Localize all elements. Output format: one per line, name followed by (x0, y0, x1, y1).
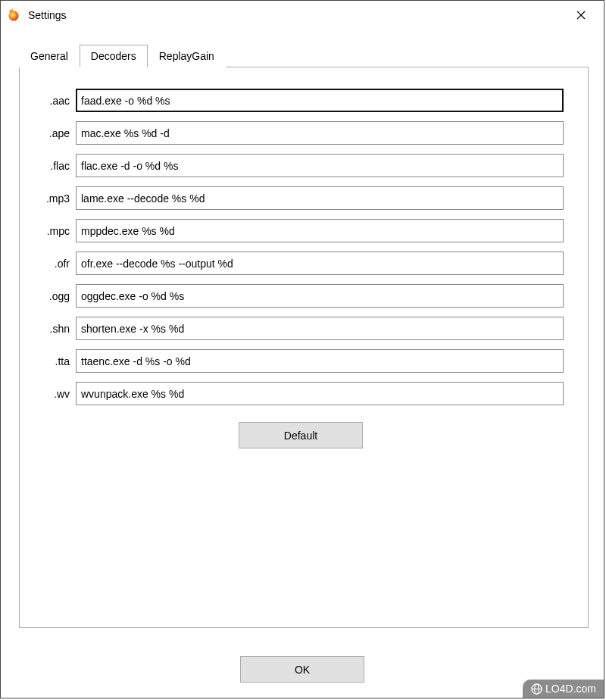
decoder-input-tta[interactable] (76, 349, 564, 373)
decoder-row-tta: .tta (38, 349, 564, 373)
watermark: LO4D.com (523, 680, 604, 698)
decoder-row-flac: .flac (38, 154, 564, 177)
decoder-label: .mpc (38, 225, 76, 237)
app-icon (7, 8, 22, 23)
settings-window: Settings General Decoders ReplayGain .aa… (0, 0, 604, 698)
watermark-text: LO4D.com (545, 683, 596, 695)
tab-replaygain[interactable]: ReplayGain (148, 45, 226, 67)
tab-bar: General Decoders ReplayGain (19, 45, 589, 67)
globe-icon (530, 683, 542, 695)
decoder-input-wv[interactable] (76, 382, 564, 405)
tab-decoders[interactable]: Decoders (80, 45, 148, 67)
decoder-row-ogg: .ogg (38, 284, 564, 308)
decoder-label: .flac (38, 160, 76, 172)
content-area: General Decoders ReplayGain .aac .ape .f… (1, 30, 604, 628)
decoder-row-aac: .aac (38, 89, 564, 112)
decoder-label: .tta (38, 355, 76, 367)
decoder-row-mpc: .mpc (38, 219, 564, 242)
default-button[interactable]: Default (239, 422, 363, 448)
decoders-panel: .aac .ape .flac .mp3 .mpc .ofr (19, 67, 589, 628)
decoder-input-ofr[interactable] (76, 252, 564, 275)
decoder-label: .mp3 (38, 192, 76, 205)
tab-general[interactable]: General (19, 45, 80, 67)
decoder-row-wv: .wv (38, 382, 564, 405)
close-button[interactable] (564, 4, 598, 27)
decoder-row-ape: .ape (38, 121, 564, 145)
decoder-input-flac[interactable] (76, 154, 564, 177)
decoder-label: .aac (38, 95, 76, 107)
decoder-label: .ogg (38, 290, 76, 302)
decoder-row-mp3: .mp3 (38, 186, 564, 210)
decoder-row-shn: .shn (38, 317, 564, 340)
close-icon (576, 11, 586, 20)
ok-button[interactable]: OK (240, 656, 364, 683)
decoder-input-aac[interactable] (76, 89, 564, 112)
decoder-input-shn[interactable] (76, 317, 564, 340)
decoder-row-ofr: .ofr (38, 252, 564, 275)
ok-row: OK (1, 656, 604, 683)
decoder-input-ogg[interactable] (76, 284, 564, 308)
decoder-label: .ape (38, 127, 76, 139)
decoder-label: .shn (38, 323, 76, 335)
decoder-label: .wv (38, 388, 76, 400)
decoder-input-mp3[interactable] (76, 186, 564, 210)
window-title: Settings (28, 9, 67, 21)
decoder-label: .ofr (38, 258, 76, 270)
decoder-input-mpc[interactable] (76, 219, 564, 242)
decoder-input-ape[interactable] (76, 121, 564, 145)
titlebar: Settings (1, 1, 604, 30)
